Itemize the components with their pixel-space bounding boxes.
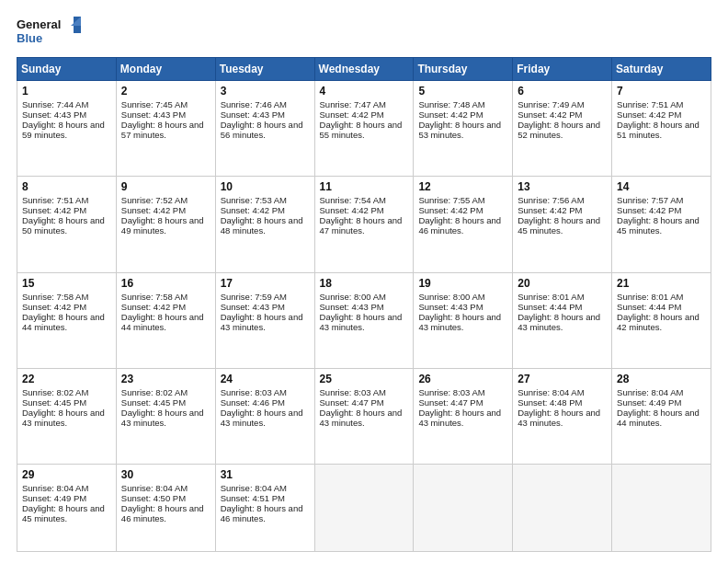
calendar-day-cell: 2Sunrise: 7:45 AMSunset: 4:43 PMDaylight…: [116, 81, 215, 177]
calendar-day-cell: 1Sunrise: 7:44 AMSunset: 4:43 PMDaylight…: [17, 81, 117, 177]
calendar-day-cell: 10Sunrise: 7:53 AMSunset: 4:42 PMDayligh…: [215, 177, 314, 272]
day-number: 17: [221, 277, 310, 290]
daylight: Daylight: 8 hours and 49 minutes.: [121, 215, 204, 236]
sunset: Sunset: 4:47 PM: [418, 397, 483, 408]
calendar-day-header: Saturday: [612, 58, 711, 81]
daylight: Daylight: 8 hours and 45 minutes.: [518, 215, 600, 236]
calendar-day-cell: 9Sunrise: 7:52 AMSunset: 4:42 PMDaylight…: [116, 177, 215, 272]
sunrise: Sunrise: 7:51 AM: [617, 99, 683, 109]
day-number: 30: [121, 468, 210, 481]
daylight: Daylight: 8 hours and 48 minutes.: [221, 215, 303, 236]
daylight: Daylight: 8 hours and 44 minutes.: [121, 312, 204, 332]
day-number: 20: [518, 277, 607, 290]
day-number: 5: [418, 85, 507, 98]
day-number: 12: [418, 180, 507, 193]
calendar-day-cell: 17Sunrise: 7:59 AMSunset: 4:43 PMDayligh…: [215, 272, 314, 368]
sunrise: Sunrise: 8:01 AM: [617, 292, 683, 302]
sunset: Sunset: 4:51 PM: [221, 493, 285, 503]
sunrise: Sunrise: 7:56 AM: [518, 195, 584, 205]
sunrise: Sunrise: 7:46 AM: [221, 99, 287, 109]
calendar-day-cell: 23Sunrise: 8:02 AMSunset: 4:45 PMDayligh…: [116, 368, 215, 464]
day-number: 18: [320, 277, 409, 290]
calendar-day-cell: 28Sunrise: 8:04 AMSunset: 4:49 PMDayligh…: [612, 368, 711, 464]
calendar-day-cell: 16Sunrise: 7:58 AMSunset: 4:42 PMDayligh…: [116, 272, 215, 368]
sunset: Sunset: 4:49 PM: [22, 493, 86, 503]
day-number: 25: [320, 373, 409, 385]
daylight: Daylight: 8 hours and 52 minutes.: [518, 120, 600, 140]
sunrise: Sunrise: 7:49 AM: [518, 99, 584, 109]
page: General Blue SundayMondayTuesdayWednesda…: [0, 0, 728, 563]
calendar-day-cell: 29Sunrise: 8:04 AMSunset: 4:49 PMDayligh…: [17, 465, 117, 552]
calendar-week-row: 22Sunrise: 8:02 AMSunset: 4:45 PMDayligh…: [17, 368, 711, 464]
calendar-week-row: 8Sunrise: 7:51 AMSunset: 4:42 PMDaylight…: [17, 177, 711, 272]
sunrise: Sunrise: 7:57 AM: [617, 195, 683, 205]
calendar-day-cell: 31Sunrise: 8:04 AMSunset: 4:51 PMDayligh…: [215, 465, 314, 552]
sunset: Sunset: 4:42 PM: [518, 109, 582, 120]
sunrise: Sunrise: 8:02 AM: [22, 387, 88, 397]
sunset: Sunset: 4:42 PM: [22, 205, 86, 215]
calendar-day-cell: 22Sunrise: 8:02 AMSunset: 4:45 PMDayligh…: [17, 368, 117, 464]
calendar-body: 1Sunrise: 7:44 AMSunset: 4:43 PMDaylight…: [17, 81, 711, 552]
day-number: 9: [121, 180, 210, 193]
sunset: Sunset: 4:43 PM: [121, 109, 186, 120]
daylight: Daylight: 8 hours and 43 minutes.: [418, 312, 501, 332]
day-number: 15: [22, 277, 111, 290]
calendar-table: SundayMondayTuesdayWednesdayThursdayFrid…: [17, 57, 711, 552]
day-number: 8: [22, 180, 111, 193]
calendar-day-cell: 15Sunrise: 7:58 AMSunset: 4:42 PMDayligh…: [17, 272, 117, 368]
sunrise: Sunrise: 7:48 AM: [418, 99, 484, 109]
day-number: 2: [121, 85, 210, 98]
sunset: Sunset: 4:48 PM: [518, 397, 582, 408]
day-number: 24: [221, 373, 310, 385]
sunrise: Sunrise: 7:47 AM: [320, 99, 386, 109]
day-number: 28: [617, 373, 706, 385]
day-number: 19: [418, 277, 507, 290]
calendar-day-header: Thursday: [414, 58, 513, 81]
sunset: Sunset: 4:42 PM: [121, 205, 186, 215]
day-number: 13: [518, 180, 607, 193]
day-number: 22: [22, 373, 111, 385]
calendar-day-cell: 13Sunrise: 7:56 AMSunset: 4:42 PMDayligh…: [513, 177, 612, 272]
sunrise: Sunrise: 7:55 AM: [418, 195, 484, 205]
sunrise: Sunrise: 8:03 AM: [221, 387, 287, 397]
svg-text:General: General: [17, 17, 61, 31]
logo: General Blue: [17, 15, 81, 48]
day-number: 27: [518, 373, 607, 385]
sunrise: Sunrise: 8:03 AM: [418, 387, 484, 397]
daylight: Daylight: 8 hours and 43 minutes.: [221, 312, 303, 332]
sunrise: Sunrise: 8:04 AM: [221, 483, 287, 493]
calendar-day-cell: 30Sunrise: 8:04 AMSunset: 4:50 PMDayligh…: [116, 465, 215, 552]
calendar-day-cell: 7Sunrise: 7:51 AMSunset: 4:42 PMDaylight…: [612, 81, 711, 177]
sunset: Sunset: 4:45 PM: [22, 397, 86, 408]
daylight: Daylight: 8 hours and 43 minutes.: [22, 408, 105, 428]
sunrise: Sunrise: 7:52 AM: [121, 195, 188, 205]
logo-svg: General Blue: [17, 15, 81, 48]
sunrise: Sunrise: 7:58 AM: [121, 292, 188, 302]
daylight: Daylight: 8 hours and 43 minutes.: [121, 408, 204, 428]
calendar-day-header: Tuesday: [215, 58, 314, 81]
calendar-header-row: SundayMondayTuesdayWednesdayThursdayFrid…: [17, 58, 711, 81]
sunset: Sunset: 4:42 PM: [121, 302, 186, 312]
calendar-day-cell: [314, 465, 414, 552]
sunset: Sunset: 4:42 PM: [418, 109, 483, 120]
calendar-day-cell: 24Sunrise: 8:03 AMSunset: 4:46 PMDayligh…: [215, 368, 314, 464]
calendar-day-cell: [414, 465, 513, 552]
day-number: 6: [518, 85, 607, 98]
sunrise: Sunrise: 7:44 AM: [22, 99, 88, 109]
sunset: Sunset: 4:42 PM: [221, 205, 285, 215]
calendar-day-header: Sunday: [17, 58, 117, 81]
daylight: Daylight: 8 hours and 46 minutes.: [221, 503, 303, 523]
day-number: 23: [121, 373, 210, 385]
daylight: Daylight: 8 hours and 51 minutes.: [617, 120, 700, 140]
calendar-day-cell: 26Sunrise: 8:03 AMSunset: 4:47 PMDayligh…: [414, 368, 513, 464]
calendar-day-header: Friday: [513, 58, 612, 81]
sunrise: Sunrise: 8:04 AM: [518, 387, 584, 397]
calendar-day-cell: 12Sunrise: 7:55 AMSunset: 4:42 PMDayligh…: [414, 177, 513, 272]
sunrise: Sunrise: 7:58 AM: [22, 292, 88, 302]
daylight: Daylight: 8 hours and 50 minutes.: [22, 215, 105, 236]
day-number: 3: [221, 85, 310, 98]
day-number: 7: [617, 85, 706, 98]
day-number: 29: [22, 468, 111, 481]
calendar-day-cell: 27Sunrise: 8:04 AMSunset: 4:48 PMDayligh…: [513, 368, 612, 464]
sunset: Sunset: 4:43 PM: [221, 109, 285, 120]
